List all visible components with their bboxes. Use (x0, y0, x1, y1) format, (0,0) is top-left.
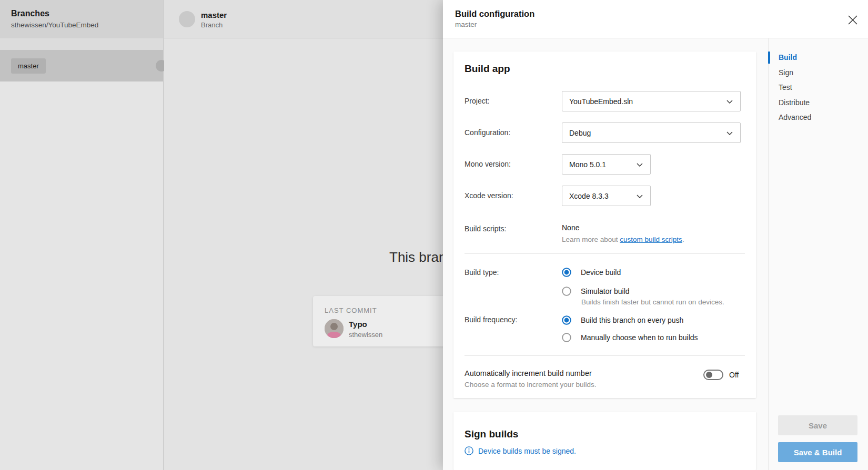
save-button[interactable]: Save (778, 415, 857, 435)
radio-selected-icon (562, 268, 571, 277)
radio-manual-builds[interactable]: Manually choose when to run builds (562, 332, 698, 343)
tab-distribute-label: Distribute (779, 98, 810, 107)
help-suffix: . (682, 236, 684, 243)
modal-header: Build configuration master (443, 0, 868, 38)
person-avatar-icon (325, 319, 344, 338)
mono-version-select[interactable]: Mono 5.0.1 (562, 154, 651, 175)
branch-title: master (201, 11, 227, 19)
radio-selected-icon (562, 315, 571, 325)
xcode-version-select[interactable]: Xcode 8.3.3 (562, 186, 651, 206)
build-app-heading: Build app (465, 63, 510, 75)
radio-simulator-build[interactable]: Simulator build (562, 286, 630, 297)
custom-build-scripts-link[interactable]: custom build scripts (620, 236, 682, 243)
branch-subtitle: Branch (201, 21, 223, 29)
config-section-nav: Build Sign Test Distribute Advanced (768, 53, 868, 128)
project-select[interactable]: YouTubeEmbed.sln (562, 91, 741, 111)
radio-unselected-icon (562, 333, 571, 342)
project-label: Project: (465, 91, 559, 111)
divider (465, 355, 745, 356)
sign-builds-notice-text: Device builds must be signed. (478, 447, 576, 455)
branch-avatar (179, 11, 195, 27)
branch-detail-header: master Branch (164, 0, 443, 38)
tab-build-label: Build (779, 53, 797, 62)
help-prefix: Learn more about (562, 236, 620, 243)
xcode-version-select-value: Xcode 8.3.3 (569, 192, 609, 200)
xcode-version-label: Xcode version: (465, 186, 559, 206)
tab-sign[interactable]: Sign (768, 68, 868, 84)
sign-builds-heading: Sign builds (465, 428, 518, 440)
app-window: Branches sthewissen/YouTubeEmbed master … (0, 0, 868, 470)
mono-version-label: Mono version: (465, 154, 559, 175)
tab-test-label: Test (779, 83, 792, 91)
commit-author-avatar (325, 319, 344, 338)
radio-device-build[interactable]: Device build (562, 267, 621, 278)
radio-build-every-push[interactable]: Build this branch on every push (562, 315, 683, 325)
increment-build-number-subtitle: Choose a format to increment your builds… (465, 381, 597, 389)
increment-build-number-toggle[interactable] (703, 370, 723, 380)
branches-title: Branches (11, 9, 163, 18)
modal-title: Build configuration (455, 9, 534, 19)
radio-build-every-push-label: Build this branch on every push (581, 316, 683, 324)
build-app-card: Build app Project: YouTubeEmbed.sln Conf… (453, 52, 756, 398)
radio-unselected-icon (562, 287, 571, 296)
tab-distribute[interactable]: Distribute (768, 98, 868, 114)
commit-author: sthewissen (349, 331, 382, 339)
branch-empty-headline: This branch (389, 249, 443, 265)
branches-sidebar-header: Branches sthewissen/YouTubeEmbed (0, 0, 163, 38)
build-scripts-help: Learn more about custom build scripts. (562, 236, 684, 243)
branches-sidebar: Branches sthewissen/YouTubeEmbed master (0, 0, 164, 470)
tab-build[interactable]: Build (768, 53, 868, 68)
project-select-value: YouTubeEmbed.sln (569, 97, 633, 106)
close-button[interactable] (845, 13, 860, 28)
save-and-build-button[interactable]: Save & Build (778, 442, 857, 462)
sidebar-spacer (0, 39, 163, 50)
radio-simulator-build-label: Simulator build (581, 287, 630, 295)
branch-list-item-master[interactable]: master (0, 50, 163, 81)
chevron-down-icon (637, 163, 643, 167)
tab-advanced[interactable]: Advanced (768, 113, 868, 128)
radio-manual-builds-label: Manually choose when to run builds (581, 333, 698, 342)
toggle-state-label: Off (729, 370, 739, 380)
configuration-select[interactable]: Debug (562, 122, 741, 143)
close-icon (847, 14, 859, 26)
radio-device-build-label: Device build (581, 268, 621, 277)
active-tab-indicator (768, 52, 770, 64)
mono-version-select-value: Mono 5.0.1 (569, 160, 606, 169)
configuration-label: Configuration: (465, 122, 559, 143)
simulator-build-help: Builds finish faster but cannot run on d… (581, 298, 724, 306)
modal-subtitle: master (455, 21, 477, 28)
sign-builds-card: Sign builds Device builds must be signed… (453, 412, 756, 470)
sign-builds-notice: Device builds must be signed. (465, 446, 576, 455)
tab-advanced-label: Advanced (779, 113, 811, 121)
chevron-down-icon (726, 131, 733, 135)
build-scripts-label: Build scripts: (465, 224, 559, 233)
tab-sign-label: Sign (779, 68, 793, 77)
repo-name: sthewissen/YouTubeEmbed (11, 21, 163, 29)
info-icon (465, 446, 473, 455)
configuration-select-value: Debug (569, 129, 591, 137)
last-commit-label: LAST COMMIT (325, 306, 377, 314)
divider (465, 253, 745, 254)
build-frequency-label: Build frequency: (465, 315, 559, 324)
chevron-down-icon (637, 195, 643, 198)
commit-message: Typo (349, 320, 367, 329)
tab-test[interactable]: Test (768, 83, 868, 98)
branch-detail-pane: master Branch This branch LAST COMMIT Ty… (164, 0, 443, 470)
build-scripts-value: None (562, 223, 579, 232)
increment-build-number-title: Automatically increment build number (465, 369, 592, 377)
branch-name-badge[interactable]: master (11, 58, 46, 74)
toggle-knob (706, 372, 712, 378)
build-type-label: Build type: (465, 268, 559, 277)
build-configuration-modal: Build configuration master Build Sign Te… (443, 0, 868, 470)
chevron-down-icon (726, 100, 733, 104)
